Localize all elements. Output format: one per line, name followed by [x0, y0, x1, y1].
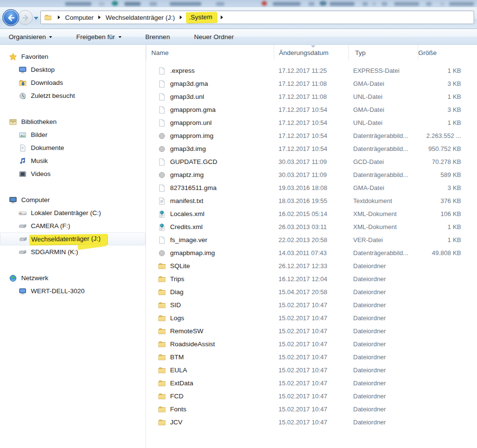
file-row[interactable]: ExtData15.02.2017 10:47Dateiordner [146, 377, 477, 390]
sidebar-item[interactable]: Lokaler Datenträger (C:) [0, 206, 146, 219]
forward-button[interactable] [18, 10, 33, 25]
toolbar-button[interactable]: Freigeben für [71, 30, 126, 43]
sidebar-item-label: Musik [31, 157, 48, 164]
column-header-row: NameÄnderungsdatumTypGröße [146, 45, 477, 60]
folder-icon [158, 367, 166, 374]
file-name-cell: ExtData [146, 380, 274, 387]
file-type: Dateiordner [348, 393, 418, 400]
sidebar-item-label: Zuletzt besucht [31, 92, 75, 99]
file-name: gmap3d.gma [170, 80, 208, 87]
file-size: 70.278 KB [418, 158, 472, 165]
file-row[interactable]: .express17.12.2017 11:25EXPRESS-Datei1 K… [146, 64, 477, 77]
sidebar-group-bibliotheken[interactable]: Bibliotheken [0, 115, 146, 128]
folder-icon [158, 314, 166, 322]
navigation-pane: FavoritenDesktopDownloadsZuletzt besucht… [0, 45, 146, 448]
file-row[interactable]: gmapprom.unl17.12.2017 10:54UNL-Datei1 K… [146, 116, 477, 129]
sidebar-item-label: Desktop [31, 66, 55, 73]
file-row[interactable]: gmap3d.img17.12.2017 10:54Datenträgerabb… [146, 142, 477, 155]
file-date: 15.04.2017 20:58 [274, 288, 348, 296]
file-name: EULA [170, 367, 187, 374]
sidebar-group-gap [0, 102, 146, 115]
sidebar-group-gap [0, 180, 146, 193]
file-name-cell: BTM [146, 353, 274, 361]
file-date: 17.12.2017 10:54 [274, 132, 348, 139]
file-row[interactable]: gmapprom.gma17.12.2017 10:54GMA-Datei3 K… [146, 103, 477, 116]
toolbar-button[interactable]: Brennen [141, 30, 175, 43]
file-row[interactable]: 827316511.gma19.03.2016 18:08GMA-Datei3 … [146, 181, 477, 194]
sidebar-item[interactable]: Videos [0, 167, 146, 180]
file-row[interactable]: gmapbmap.img14.03.2011 07:43Datenträgera… [146, 246, 477, 259]
blurred-tab-blob [330, 2, 355, 6]
file-row[interactable]: gmaptz.img30.03.2017 11:09Datenträgerabb… [146, 168, 477, 181]
breadcrumb-arrow-icon[interactable] [98, 15, 101, 19]
folder-icon [158, 275, 166, 283]
file-row[interactable]: RoadsideAssist15.02.2017 10:47Dateiordne… [146, 338, 477, 351]
file-row[interactable]: SQLite26.12.2017 12:33Dateiordner [146, 259, 477, 272]
file-type: Dateiordner [348, 380, 418, 387]
breadcrumb-arrow-icon[interactable] [221, 15, 223, 19]
sidebar-item-label: Downloads [31, 79, 63, 86]
file-row[interactable]: gmap3d.unl17.12.2017 11:08UNL-Datei1 KB [146, 90, 477, 103]
file-row[interactable]: BTM15.02.2017 10:47Dateiordner [146, 351, 477, 364]
file-type: UNL-Datei [348, 119, 418, 126]
sidebar-item[interactable]: WERT-DELL-3020 [0, 285, 146, 298]
file-type: Textdokument [348, 197, 418, 204]
xml-file-icon [158, 210, 166, 218]
sidebar-item[interactable]: CAMERA (F:) [0, 219, 146, 232]
file-row[interactable]: gmap3d.gma17.12.2017 11:08GMA-Datei3 KB [146, 77, 477, 90]
file-name-cell: gmapprom.unl [146, 119, 274, 127]
file-type: UNL-Datei [348, 93, 418, 100]
file-type: Dateiordner [348, 327, 418, 335]
sidebar-item[interactable]: SDGARMIN (K:) [0, 245, 146, 258]
recent-icon [18, 92, 27, 100]
file-row[interactable]: fs_image.ver22.02.2013 20:58VER-Datei1 K… [146, 233, 477, 246]
sidebar-item[interactable]: Desktop [0, 63, 146, 76]
column-header-größe[interactable]: Größe [418, 45, 472, 60]
file-row[interactable]: gmapprom.img17.12.2017 10:54Datenträgera… [146, 129, 477, 142]
file-row[interactable]: Fonts15.02.2017 10:47Dateiordner [146, 403, 477, 416]
sidebar-item-label: Bilder [31, 131, 48, 138]
toolbar-button-label: Brennen [146, 33, 170, 41]
toolbar-button[interactable]: Neuer Ordner [189, 30, 239, 43]
file-name: .express [170, 67, 195, 74]
file-row[interactable]: manifest.txt18.03.2016 19:55Textdokument… [146, 194, 477, 207]
file-row[interactable]: GUPDATE.GCD30.03.2017 11:09GCD-Datei70.2… [146, 155, 477, 168]
recent-pages-dropdown-icon[interactable] [34, 17, 39, 20]
toolbar-button[interactable]: Organisieren [4, 30, 57, 43]
file-row[interactable]: Diag15.04.2017 20:58Dateiordner [146, 285, 477, 299]
file-size: 950.752 KB [418, 145, 472, 152]
file-row[interactable]: SID15.02.2017 10:47Dateiordner [146, 299, 477, 312]
sidebar-group-netzwerk[interactable]: Netzwerk [0, 272, 146, 285]
file-name: fs_image.ver [170, 236, 207, 244]
file-row[interactable]: Trips16.12.2017 12:04Dateiordner [146, 272, 477, 285]
file-type: Dateiordner [348, 288, 418, 296]
star-icon [9, 53, 17, 61]
column-header-label: Änderungsdatum [279, 49, 329, 56]
file-size: 1 KB [418, 119, 472, 126]
sidebar-item[interactable]: Wechseldatenträger (J:) [0, 232, 146, 245]
sidebar-item[interactable]: Zuletzt besucht [0, 89, 146, 102]
address-bar[interactable]: ComputerWechseldatenträger (J:).System [40, 11, 474, 24]
sidebar-group-computer[interactable]: Computer [0, 193, 146, 206]
file-row[interactable]: JCV15.02.2017 10:47Dateiordner [146, 416, 477, 429]
file-row[interactable]: RemoteSW15.02.2017 10:47Dateiordner [146, 325, 477, 338]
sidebar-item[interactable]: Musik [0, 154, 146, 167]
file-row[interactable]: FCD15.02.2017 10:47Dateiordner [146, 390, 477, 403]
sidebar-item[interactable]: Bilder [0, 128, 146, 141]
column-header-name[interactable]: Name [146, 45, 274, 60]
file-row[interactable]: EULA15.02.2017 10:47Dateiordner [146, 364, 477, 377]
column-header-typ[interactable]: Typ [348, 45, 418, 60]
file-row[interactable]: Locales.xml16.02.2015 05:14XML-Dokument1… [146, 207, 477, 220]
breadcrumb-item[interactable]: .System [186, 12, 217, 23]
breadcrumb-arrow-icon[interactable] [58, 15, 60, 19]
file-row[interactable]: Credits.xml26.03.2013 03:11XML-Dokument1… [146, 220, 477, 233]
file-row[interactable]: Logs15.02.2017 10:47Dateiordner [146, 312, 477, 325]
sidebar-item[interactable]: Dokumente [0, 141, 146, 154]
file-icon [158, 80, 166, 88]
breadcrumb-item[interactable]: Computer [64, 13, 94, 23]
breadcrumb-item[interactable]: Wechseldatenträger (J:) [105, 13, 176, 23]
back-button[interactable] [2, 9, 19, 26]
breadcrumb-arrow-icon[interactable] [180, 15, 182, 19]
sidebar-group-favoriten[interactable]: Favoriten [0, 50, 146, 63]
sidebar-item[interactable]: Downloads [0, 76, 146, 89]
